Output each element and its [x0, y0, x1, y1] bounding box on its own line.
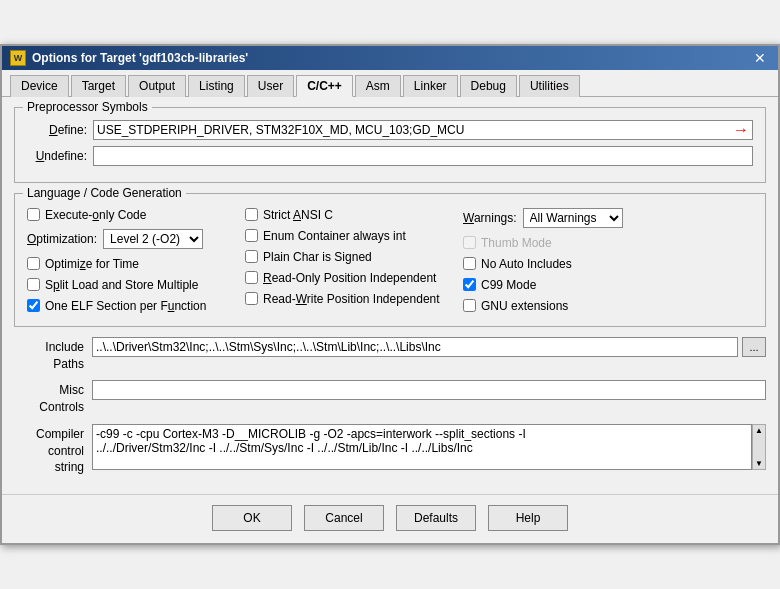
read-only-label: Read-Only Position Independent: [263, 271, 436, 285]
split-load-row: Split Load and Store Multiple: [27, 278, 237, 292]
undefine-label: Undefine:: [27, 149, 87, 163]
compiler-wrap: -c99 -c -cpu Cortex-M3 -D__MICROLIB -g -…: [92, 424, 766, 470]
scroll-down-arrow[interactable]: ▼: [755, 459, 763, 468]
misc-controls-wrap: [92, 380, 766, 400]
lang-col3: Warnings: All Warnings No Warnings Unspe…: [463, 208, 753, 316]
strict-ansi-label: Strict ANSI C: [263, 208, 333, 222]
thumb-mode-row: Thumb Mode: [463, 236, 753, 250]
optimization-row: Optimization: Level 2 (-O2) Level 0 (-O0…: [27, 229, 237, 249]
include-paths-input[interactable]: [92, 337, 738, 357]
misc-controls-label: MiscControls: [14, 380, 84, 416]
no-auto-includes-checkbox[interactable]: [463, 257, 476, 270]
define-input-container: →: [93, 120, 753, 140]
undefine-input[interactable]: [93, 146, 753, 166]
compiler-textarea[interactable]: -c99 -c -cpu Cortex-M3 -D__MICROLIB -g -…: [92, 424, 752, 470]
misc-controls-input[interactable]: [92, 380, 766, 400]
one-elf-row: One ELF Section per Function: [27, 299, 237, 313]
split-load-label: Split Load and Store Multiple: [45, 278, 198, 292]
read-write-checkbox[interactable]: [245, 292, 258, 305]
tab-debug[interactable]: Debug: [460, 75, 517, 97]
strict-ansi-row: Strict ANSI C: [245, 208, 455, 222]
language-group: Language / Code Generation Execute-only …: [14, 193, 766, 327]
include-paths-browse-button[interactable]: ...: [742, 337, 766, 357]
undefine-row: Undefine:: [27, 146, 753, 166]
thumb-mode-checkbox[interactable]: [463, 236, 476, 249]
gnu-extensions-checkbox[interactable]: [463, 299, 476, 312]
defaults-button[interactable]: Defaults: [396, 505, 476, 531]
include-paths-label: IncludePaths: [14, 337, 84, 373]
tab-target[interactable]: Target: [71, 75, 126, 97]
warnings-select[interactable]: All Warnings No Warnings Unspecified: [523, 208, 623, 228]
plain-char-checkbox[interactable]: [245, 250, 258, 263]
plain-char-row: Plain Char is Signed: [245, 250, 455, 264]
define-input[interactable]: [93, 120, 753, 140]
optimization-select[interactable]: Level 2 (-O2) Level 0 (-O0) Level 1 (-O1…: [103, 229, 203, 249]
enum-container-checkbox[interactable]: [245, 229, 258, 242]
read-only-row: Read-Only Position Independent: [245, 271, 455, 285]
help-button[interactable]: Help: [488, 505, 568, 531]
read-write-label: Read-Write Position Independent: [263, 292, 440, 306]
c99-mode-checkbox[interactable]: [463, 278, 476, 291]
close-button[interactable]: ✕: [750, 51, 770, 65]
misc-controls-row: MiscControls: [14, 380, 766, 416]
no-auto-includes-row: No Auto Includes: [463, 257, 753, 271]
main-window: W Options for Target 'gdf103cb-libraries…: [0, 44, 780, 546]
execute-only-checkbox[interactable]: [27, 208, 40, 221]
lang-col1: Execute-only Code Optimization: Level 2 …: [27, 208, 237, 316]
c99-mode-label: C99 Mode: [481, 278, 536, 292]
one-elf-checkbox[interactable]: [27, 299, 40, 312]
warnings-label: Warnings:: [463, 211, 517, 225]
execute-only-row: Execute-only Code: [27, 208, 237, 222]
read-only-checkbox[interactable]: [245, 271, 258, 284]
tab-linker[interactable]: Linker: [403, 75, 458, 97]
window-icon: W: [10, 50, 26, 66]
cancel-button[interactable]: Cancel: [304, 505, 384, 531]
compiler-scrollbar[interactable]: ▲ ▼: [752, 424, 766, 470]
lang-col2: Strict ANSI C Enum Container always int …: [245, 208, 455, 316]
define-label: Define:: [27, 123, 87, 137]
read-write-row: Read-Write Position Independent: [245, 292, 455, 306]
strict-ansi-checkbox[interactable]: [245, 208, 258, 221]
tab-utilities[interactable]: Utilities: [519, 75, 580, 97]
compiler-label: Compilercontrolstring: [14, 424, 84, 476]
tab-cpp[interactable]: C/C++: [296, 75, 353, 97]
title-bar-left: W Options for Target 'gdf103cb-libraries…: [10, 50, 248, 66]
split-load-checkbox[interactable]: [27, 278, 40, 291]
optimize-time-label: Optimize for Time: [45, 257, 139, 271]
gnu-extensions-label: GNU extensions: [481, 299, 568, 313]
title-bar: W Options for Target 'gdf103cb-libraries…: [2, 46, 778, 70]
tab-user[interactable]: User: [247, 75, 294, 97]
footer: OK Cancel Defaults Help: [2, 494, 778, 543]
include-paths-row: IncludePaths ...: [14, 337, 766, 373]
optimize-time-row: Optimize for Time: [27, 257, 237, 271]
compiler-row: Compilercontrolstring -c99 -c -cpu Corte…: [14, 424, 766, 476]
tab-bar: Device Target Output Listing User C/C++ …: [2, 70, 778, 97]
language-label: Language / Code Generation: [23, 186, 186, 200]
content-area: Preprocessor Symbols Define: → Undefine:…: [2, 97, 778, 495]
enum-container-label: Enum Container always int: [263, 229, 406, 243]
optimize-time-checkbox[interactable]: [27, 257, 40, 270]
include-paths-wrap: ...: [92, 337, 766, 357]
warnings-row: Warnings: All Warnings No Warnings Unspe…: [463, 208, 753, 228]
preprocessor-group: Preprocessor Symbols Define: → Undefine:: [14, 107, 766, 183]
preprocessor-label: Preprocessor Symbols: [23, 100, 152, 114]
optimization-label: Optimization:: [27, 232, 97, 246]
tab-asm[interactable]: Asm: [355, 75, 401, 97]
window-title: Options for Target 'gdf103cb-libraries': [32, 51, 248, 65]
plain-char-label: Plain Char is Signed: [263, 250, 372, 264]
tab-device[interactable]: Device: [10, 75, 69, 97]
tab-listing[interactable]: Listing: [188, 75, 245, 97]
no-auto-includes-label: No Auto Includes: [481, 257, 572, 271]
c99-mode-row: C99 Mode: [463, 278, 753, 292]
enum-container-row: Enum Container always int: [245, 229, 455, 243]
thumb-mode-label: Thumb Mode: [481, 236, 552, 250]
execute-only-label: Execute-only Code: [45, 208, 146, 222]
ok-button[interactable]: OK: [212, 505, 292, 531]
scroll-up-arrow[interactable]: ▲: [755, 426, 763, 435]
gnu-extensions-row: GNU extensions: [463, 299, 753, 313]
tab-output[interactable]: Output: [128, 75, 186, 97]
define-row: Define: →: [27, 120, 753, 140]
one-elf-label: One ELF Section per Function: [45, 299, 206, 313]
